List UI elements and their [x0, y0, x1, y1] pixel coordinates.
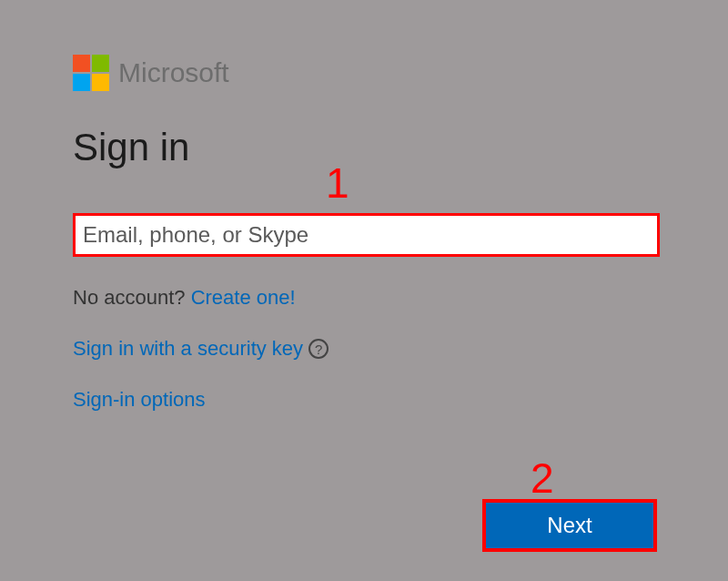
help-icon[interactable]: ?: [308, 339, 329, 359]
microsoft-logo-icon: [73, 55, 109, 91]
signin-panel: Microsoft Sign in No account? Create one…: [0, 0, 728, 466]
email-input[interactable]: [73, 213, 660, 257]
no-account-text: No account?: [73, 286, 191, 309]
create-account-link[interactable]: Create one!: [191, 286, 296, 309]
next-button[interactable]: Next: [482, 499, 657, 552]
no-account-row: No account? Create one!: [73, 286, 655, 310]
page-title: Sign in: [73, 126, 655, 169]
signin-options-link[interactable]: Sign-in options: [73, 388, 655, 412]
email-input-wrap: [73, 213, 655, 257]
brand-row: Microsoft: [73, 55, 655, 91]
annotation-1: 1: [326, 158, 349, 208]
security-key-link[interactable]: Sign in with a security key ?: [73, 337, 655, 361]
annotation-2: 2: [531, 454, 554, 503]
brand-name: Microsoft: [118, 57, 229, 88]
security-key-text: Sign in with a security key: [73, 337, 303, 361]
